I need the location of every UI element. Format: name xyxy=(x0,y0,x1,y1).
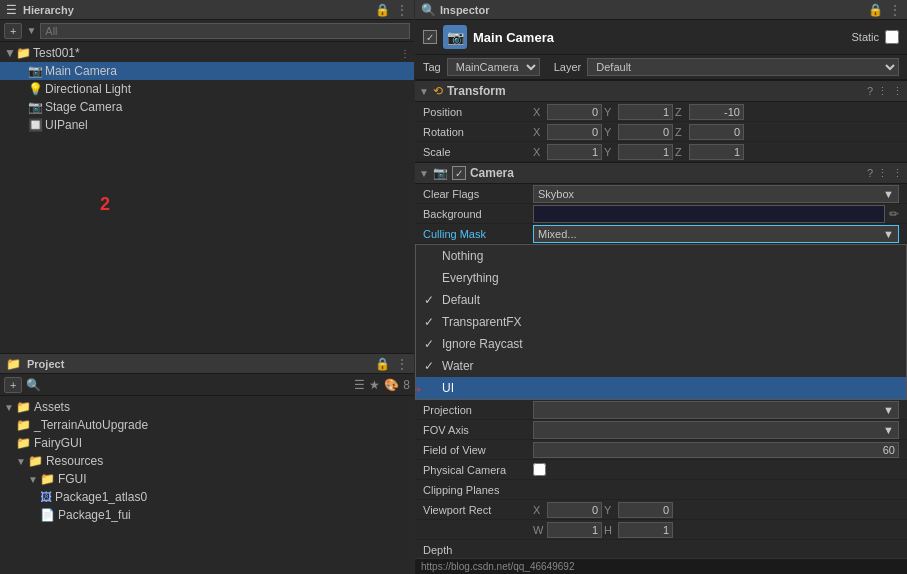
project-item-resources[interactable]: ▼ 📁 Resources xyxy=(0,452,414,470)
culling-item-ui[interactable]: UI 3、取消UI勾选 → xyxy=(416,377,906,399)
dropdown-arrow[interactable]: ▼ xyxy=(26,25,36,36)
camera-section-header[interactable]: ▼ 📷 ✓ Camera ? ⋮ ⋮ xyxy=(415,162,907,184)
rot-y-input[interactable] xyxy=(618,124,673,140)
inspector-header-icons: 🔒 ⋮ xyxy=(868,3,901,17)
tree-arrow-test001: ▼ xyxy=(4,46,16,60)
vp-h-label: H xyxy=(604,524,616,536)
vp-w-input[interactable] xyxy=(547,522,602,538)
fui-file-icon: 📄 xyxy=(40,508,55,522)
item-more-icon[interactable]: ⋮ xyxy=(400,48,410,59)
rot-z-input[interactable] xyxy=(689,124,744,140)
layer-dropdown[interactable]: Default xyxy=(587,58,899,76)
project-item-package1-fui[interactable]: 📄 Package1_fui xyxy=(0,506,414,524)
static-checkbox[interactable] xyxy=(885,30,899,44)
default-label: Default xyxy=(442,293,480,307)
object-enabled-checkbox[interactable]: ✓ xyxy=(423,30,437,44)
list-icon[interactable]: ☰ xyxy=(354,378,365,392)
project-add-button[interactable]: + xyxy=(4,377,22,393)
clear-flags-row: Clear Flags Skybox ▼ xyxy=(415,184,907,204)
physical-camera-checkbox[interactable] xyxy=(533,463,546,476)
culling-item-default[interactable]: ✓ Default xyxy=(416,289,906,311)
scale-x-label: X xyxy=(533,146,545,158)
transform-section-header[interactable]: ▼ ⟲ Transform ? ⋮ ⋮ xyxy=(415,80,907,102)
physical-camera-row: Physical Camera xyxy=(415,460,907,480)
tree-item-stage-camera[interactable]: 📷 Stage Camera xyxy=(0,98,414,116)
inspector-content: ✓ 📷 Main Camera Static Tag MainCamera La… xyxy=(415,20,907,558)
tree-label-directional-light: Directional Light xyxy=(45,82,131,96)
object-header: ✓ 📷 Main Camera Static xyxy=(415,20,907,55)
project-item-terrain[interactable]: 📁 _TerrainAutoUpgrade xyxy=(0,416,414,434)
camera-section-title: Camera xyxy=(470,166,867,180)
fov-axis-label: FOV Axis xyxy=(423,424,533,436)
rotation-xyz: X Y Z xyxy=(533,124,899,140)
culling-item-water[interactable]: ✓ Water xyxy=(416,355,906,377)
clipping-planes-label: Clipping Planes xyxy=(423,484,533,496)
tag-dropdown[interactable]: MainCamera xyxy=(447,58,540,76)
hierarchy-search-input[interactable] xyxy=(40,23,410,39)
inspector-header: 🔍 Inspector 🔒 ⋮ xyxy=(415,0,907,20)
tree-item-uipanel[interactable]: 🔲 UIPanel xyxy=(0,116,414,134)
transform-title: Transform xyxy=(447,84,867,98)
background-row: Background ✏ xyxy=(415,204,907,224)
tree-item-test001[interactable]: ▼ 📁 Test001* ⋮ xyxy=(0,44,414,62)
fov-input[interactable] xyxy=(533,442,899,458)
star-icon[interactable]: ★ xyxy=(369,378,380,392)
project-item-assets[interactable]: ▼ 📁 Assets xyxy=(0,398,414,416)
inspector-tab-icon: 🔍 xyxy=(421,3,436,17)
culling-item-nothing[interactable]: Nothing xyxy=(416,245,906,267)
culling-item-transparent[interactable]: ✓ TransparentFX xyxy=(416,311,906,333)
camera2-icon: 📷 xyxy=(28,100,42,114)
transform-help-icon[interactable]: ? xyxy=(867,85,873,98)
pos-z-input[interactable] xyxy=(689,104,744,120)
scale-y-input[interactable] xyxy=(618,144,673,160)
culling-item-everything[interactable]: Everything xyxy=(416,267,906,289)
transform-more-icon[interactable]: ⋮ xyxy=(892,85,903,98)
fov-axis-dropdown[interactable]: ▼ xyxy=(533,421,899,439)
object-name-label: Main Camera xyxy=(473,30,845,45)
tag-text: Tag xyxy=(423,61,441,73)
pos-y-input[interactable] xyxy=(618,104,673,120)
camera-help-icon[interactable]: ? xyxy=(867,167,873,180)
vp-h-input[interactable] xyxy=(618,522,673,538)
project-item-fgui[interactable]: ▼ 📁 FGUI xyxy=(0,470,414,488)
tree-item-main-camera[interactable]: 📷 Main Camera ← 1 xyxy=(0,62,414,80)
project-item-fairygui[interactable]: 📁 FairyGUI xyxy=(0,434,414,452)
culling-item-ignore-raycast[interactable]: ✓ Ignore Raycast xyxy=(416,333,906,355)
rot-z-label: Z xyxy=(675,126,687,138)
pos-x-label: X xyxy=(533,106,545,118)
rot-x-input[interactable] xyxy=(547,124,602,140)
vp-x-input[interactable] xyxy=(547,502,602,518)
tree-item-directional-light[interactable]: 💡 Directional Light xyxy=(0,80,414,98)
project-item-package1-atlas[interactable]: 🖼 Package1_atlas0 xyxy=(0,488,414,506)
camera-preset-icon[interactable]: ⋮ xyxy=(877,167,888,180)
hierarchy-add-button[interactable]: + xyxy=(4,23,22,39)
fgui-label: FGUI xyxy=(58,472,87,486)
clear-flags-dropdown[interactable]: Skybox ▼ xyxy=(533,185,899,203)
project-header-icons: 🔒 ⋮ xyxy=(375,357,408,371)
lock-icon: 🔒 xyxy=(375,3,390,17)
icon-count: 8 xyxy=(403,378,410,392)
color-picker-icon[interactable]: ✏ xyxy=(889,207,899,221)
culling-dropdown-popup: Nothing Everything ✓ Default ✓ Transpare… xyxy=(415,244,907,400)
pos-x-input[interactable] xyxy=(547,104,602,120)
vp-y-input[interactable] xyxy=(618,502,673,518)
scale-y-label: Y xyxy=(604,146,616,158)
transform-preset-icon[interactable]: ⋮ xyxy=(877,85,888,98)
terrain-folder-icon: 📁 xyxy=(16,418,31,432)
atlas-icon: 🖼 xyxy=(40,490,52,504)
fov-row: Field of View xyxy=(415,440,907,460)
more-icon: ⋮ xyxy=(396,3,408,17)
transparent-check: ✓ xyxy=(424,315,436,329)
camera-enabled-checkbox[interactable]: ✓ xyxy=(452,166,466,180)
viewport-xy: X Y xyxy=(533,502,899,518)
depth-row: Depth xyxy=(415,540,907,558)
scale-z-input[interactable] xyxy=(689,144,744,160)
scale-x-input[interactable] xyxy=(547,144,602,160)
viewport-rect-label: Viewport Rect xyxy=(423,504,533,516)
rotation-label: Rotation xyxy=(423,126,533,138)
camera-more-icon[interactable]: ⋮ xyxy=(892,167,903,180)
background-color-field[interactable] xyxy=(533,205,885,223)
culling-mask-dropdown[interactable]: Mixed... ▼ xyxy=(533,225,899,243)
clear-flags-arrow: ▼ xyxy=(883,188,894,200)
projection-dropdown[interactable]: ▼ xyxy=(533,401,899,419)
